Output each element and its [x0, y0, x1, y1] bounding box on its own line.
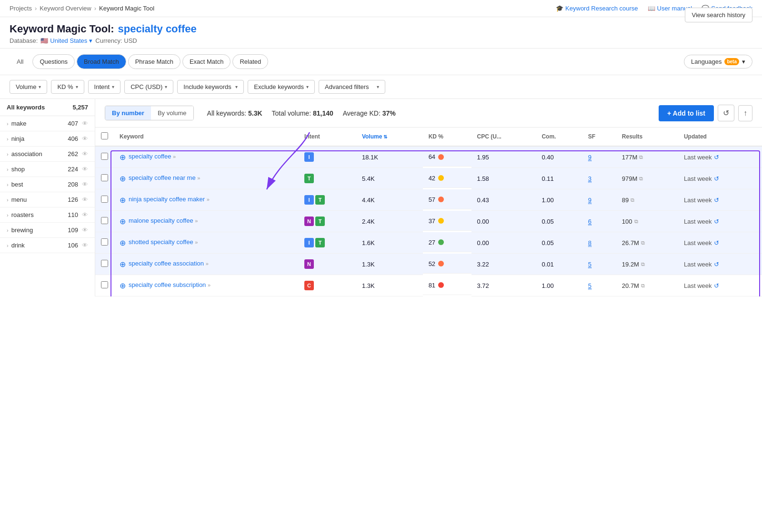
- keyword-link[interactable]: specialty coffee association »: [129, 259, 209, 268]
- keyword-link[interactable]: malone specialty coffee »: [129, 217, 198, 225]
- add-keyword-icon[interactable]: ⊕: [120, 196, 126, 205]
- tab-all[interactable]: All: [10, 54, 30, 69]
- refresh-icon[interactable]: ↺: [714, 261, 719, 268]
- eye-icon[interactable]: 👁: [82, 227, 88, 234]
- tab-phrase-match[interactable]: Phrase Match: [128, 54, 180, 69]
- eye-icon[interactable]: 👁: [82, 150, 88, 158]
- intent-badge-C: C: [304, 281, 314, 290]
- sf-cell: 6: [582, 211, 616, 232]
- tab-related[interactable]: Related: [232, 54, 268, 69]
- cpc-cell: 0.00: [471, 211, 536, 232]
- exclude-keywords-filter[interactable]: Exclude keywords ▾: [248, 80, 315, 94]
- sidebar-item-brewing[interactable]: › brewing 109 👁: [0, 223, 95, 238]
- advanced-filters-filter[interactable]: Advanced filters ▾: [319, 80, 385, 94]
- select-all-checkbox[interactable]: [101, 132, 108, 139]
- row-checkbox-6[interactable]: [101, 281, 108, 288]
- sidebar-item-shop[interactable]: › shop 224 👁: [0, 162, 95, 177]
- refresh-icon[interactable]: ↺: [714, 239, 719, 246]
- th-intent: Intent: [299, 128, 356, 146]
- row-checkbox-4[interactable]: [101, 238, 108, 246]
- add-keyword-icon[interactable]: ⊕: [120, 153, 126, 162]
- row-checkbox-3[interactable]: [101, 217, 108, 224]
- keyword-course-link[interactable]: 🎓 Keyword Research course: [556, 5, 638, 12]
- sf-link[interactable]: 6: [588, 218, 592, 226]
- keyword-link[interactable]: shotted specialty coffee »: [129, 238, 198, 246]
- updated-cell: Last week ↺: [678, 189, 762, 211]
- sf-cell: 8: [582, 232, 616, 254]
- refresh-icon[interactable]: ↺: [714, 218, 719, 225]
- keyword-arrows-icon: »: [208, 282, 211, 288]
- sidebar-item-menu[interactable]: › menu 126 👁: [0, 192, 95, 207]
- refresh-button[interactable]: ↺: [718, 105, 734, 121]
- th-volume[interactable]: Volume ⇅: [356, 128, 423, 146]
- tab-questions[interactable]: Questions: [32, 54, 75, 69]
- refresh-icon[interactable]: ↺: [714, 197, 719, 204]
- eye-icon[interactable]: 👁: [82, 166, 88, 173]
- tab-broad-match[interactable]: Broad Match: [77, 54, 126, 69]
- breadcrumb-keyword-overview[interactable]: Keyword Overview: [40, 5, 91, 12]
- keyword-link[interactable]: ninja specialty coffee maker »: [129, 195, 210, 204]
- refresh-icon[interactable]: ↺: [714, 154, 719, 161]
- refresh-icon[interactable]: ↺: [714, 175, 719, 182]
- languages-button[interactable]: Languages beta ▾: [684, 55, 752, 69]
- include-keywords-filter[interactable]: Include keywords ▾: [177, 80, 244, 94]
- view-history-button[interactable]: View search history: [685, 8, 752, 22]
- sf-link[interactable]: 3: [588, 175, 592, 183]
- filters-row: Volume ▾ KD % ▾ Intent ▾ CPC (USD) ▾ Inc…: [0, 75, 762, 99]
- export-button[interactable]: ↑: [738, 105, 752, 121]
- row-checkbox-0[interactable]: [101, 153, 108, 160]
- keyword-link[interactable]: specialty coffee subscription »: [129, 281, 211, 289]
- tab-exact-match[interactable]: Exact Match: [182, 54, 231, 69]
- chevron-down-icon: ▾: [89, 37, 92, 44]
- add-keyword-icon[interactable]: ⊕: [120, 281, 126, 290]
- database-link[interactable]: 🇺🇸 United States ▾: [40, 37, 92, 44]
- add-keyword-icon[interactable]: ⊕: [120, 217, 126, 226]
- sidebar-item-best[interactable]: › best 208 👁: [0, 177, 95, 192]
- add-keyword-icon[interactable]: ⊕: [120, 174, 126, 183]
- kd-filter[interactable]: KD % ▾: [51, 80, 84, 94]
- breadcrumb-projects[interactable]: Projects: [10, 5, 32, 12]
- sidebar-item-drink[interactable]: › drink 106 👁: [0, 238, 95, 253]
- sidebar-item-association[interactable]: › association 262 👁: [0, 147, 95, 162]
- keyword-cell: ⊕ specialty coffee »: [114, 146, 299, 168]
- keyword-link[interactable]: specialty coffee near me »: [129, 174, 200, 182]
- refresh-icon[interactable]: ↺: [714, 282, 719, 289]
- eye-icon[interactable]: 👁: [82, 211, 88, 218]
- row-checkbox-1[interactable]: [101, 174, 108, 181]
- sort-by-number-button[interactable]: By number: [105, 106, 151, 120]
- keyword-link[interactable]: specialty coffee »: [129, 152, 176, 161]
- sort-by-volume-button[interactable]: By volume: [151, 106, 193, 120]
- add-keyword-icon[interactable]: ⊕: [120, 238, 126, 247]
- intent-cell: IT: [299, 232, 356, 254]
- intent-cell: T: [299, 168, 356, 189]
- cpc-cell: 1.95: [471, 146, 536, 168]
- sidebar-item-make[interactable]: › make 407 👁: [0, 116, 95, 131]
- sf-link[interactable]: 9: [588, 197, 592, 204]
- results-icon: ⧉: [639, 176, 643, 182]
- cpc-filter[interactable]: CPC (USD) ▾: [124, 80, 173, 94]
- eye-icon[interactable]: 👁: [82, 196, 88, 203]
- sidebar-item-ninja[interactable]: › ninja 406 👁: [0, 131, 95, 147]
- sf-link[interactable]: 5: [588, 282, 592, 290]
- add-keyword-icon[interactable]: ⊕: [120, 260, 126, 269]
- row-checkbox-2[interactable]: [101, 196, 108, 203]
- sf-link[interactable]: 8: [588, 239, 592, 247]
- sf-link[interactable]: 9: [588, 154, 592, 161]
- sidebar-item-roasters[interactable]: › roasters 110 👁: [0, 207, 95, 223]
- add-to-list-button[interactable]: + Add to list: [659, 105, 714, 121]
- chevron-right-icon: ›: [7, 167, 9, 172]
- row-checkbox-cell: [95, 211, 114, 232]
- th-kd: KD %: [423, 128, 471, 146]
- volume-filter[interactable]: Volume ▾: [10, 80, 47, 94]
- row-checkbox-5[interactable]: [101, 260, 108, 267]
- breadcrumb-current: Keyword Magic Tool: [99, 5, 154, 12]
- intent-filter[interactable]: Intent ▾: [88, 80, 121, 94]
- eye-icon[interactable]: 👁: [82, 135, 88, 142]
- sf-link[interactable]: 5: [588, 261, 592, 268]
- sort-buttons: By number By volume: [105, 106, 194, 120]
- keyword-arrows-icon: »: [195, 239, 198, 245]
- eye-icon[interactable]: 👁: [82, 120, 88, 127]
- kd-dot: [438, 175, 444, 181]
- eye-icon[interactable]: 👁: [82, 181, 88, 188]
- eye-icon[interactable]: 👁: [82, 242, 88, 249]
